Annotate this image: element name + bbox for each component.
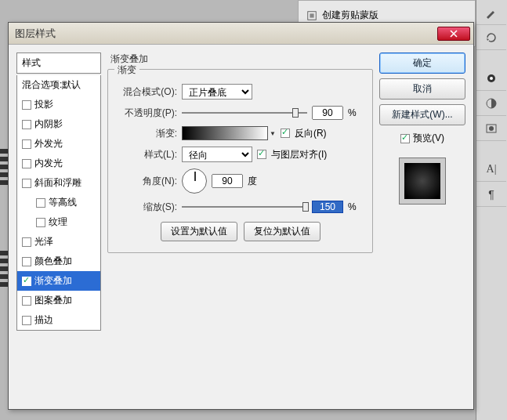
titlebar[interactable]: 图层样式 [9,23,473,45]
checkbox[interactable] [22,237,31,247]
checkbox[interactable] [22,277,31,286]
ok-button[interactable]: 确定 [379,52,465,74]
style-item-texture[interactable]: 纹理 [17,212,100,232]
cancel-button[interactable]: 取消 [379,78,465,100]
svg-point-6 [489,126,494,131]
checkbox[interactable] [22,159,31,168]
angle-label: 角度(N): [114,175,177,188]
degree-label: 度 [248,175,257,188]
close-button[interactable] [437,27,470,41]
brush-tool-icon[interactable] [476,0,506,25]
blend-mode-label: 混合模式(O): [114,85,177,99]
svg-point-3 [490,77,493,80]
gradient-picker[interactable] [182,126,276,140]
opacity-label: 不透明度(P): [114,107,177,120]
gradient-style-select[interactable]: 径向 [182,147,252,162]
paragraph-icon[interactable]: ¶ [476,182,506,207]
preview-checkbox[interactable] [400,134,410,143]
checkbox[interactable] [22,120,31,129]
align-checkbox[interactable] [257,150,266,159]
checkbox[interactable] [22,100,31,110]
preview-label: 预览(V) [413,132,444,145]
gradient-preview [182,126,268,140]
style-item-gradient-overlay[interactable]: 渐变叠加 [17,271,100,291]
blend-mode-select[interactable]: 正片叠底 [182,84,252,100]
checkbox[interactable] [36,198,45,208]
svg-rect-1 [310,13,313,17]
preview-swatch [399,158,446,205]
text-tool-icon[interactable]: A| [476,157,506,182]
style-item-bevel[interactable]: 斜面和浮雕 [17,173,100,193]
scale-input[interactable] [312,201,343,213]
set-default-button[interactable]: 设置为默认值 [161,222,237,241]
checkbox[interactable] [22,257,31,266]
reverse-checkbox[interactable] [281,129,290,138]
style-item-contour[interactable]: 等高线 [17,193,100,212]
style-item-inner-shadow[interactable]: 内阴影 [17,114,100,134]
style-item-drop-shadow[interactable]: 投影 [17,95,100,114]
group-legend: 渐变 [114,63,139,77]
style-item-satin[interactable]: 光泽 [17,232,100,252]
checkbox[interactable] [22,296,31,306]
adjust-icon[interactable] [476,91,506,116]
clip-mask-icon [306,10,317,21]
opacity-input[interactable] [312,106,343,120]
mask-icon[interactable] [476,116,506,141]
layer-style-dialog: 图层样式 样式 混合选项:默认 投影 内阴影 外发光 内发光 斜面和浮雕 等高线… [8,22,474,410]
opacity-slider[interactable] [182,106,307,120]
section-title: 渐变叠加 [110,52,373,66]
style-label: 样式(L): [114,148,177,161]
angle-dial[interactable] [182,168,207,194]
style-item-stroke[interactable]: 描边 [17,310,100,330]
scale-label: 缩放(S): [114,201,177,214]
left-ruler-stripes [0,149,8,290]
gradient-group: 渐变 混合模式(O): 正片叠底 不透明度(P): % 渐变: 反向(R) [107,69,373,253]
style-item-color-overlay[interactable]: 颜色叠加 [17,252,100,271]
align-label: 与图层对齐(I) [271,148,327,161]
style-list: 样式 混合选项:默认 投影 内阴影 外发光 内发光 斜面和浮雕 等高线 纹理 光… [16,52,101,401]
checkbox[interactable] [22,139,31,149]
scale-slider[interactable] [182,200,307,214]
checkbox[interactable] [22,316,31,325]
right-buttons: 确定 取消 新建样式(W)... 预览(V) [379,52,465,401]
history-icon[interactable] [476,25,506,50]
style-item-inner-glow[interactable]: 内发光 [17,154,100,173]
blend-options-item[interactable]: 混合选项:默认 [17,75,100,95]
center-panel: 渐变叠加 渐变 混合模式(O): 正片叠底 不透明度(P): % 渐变: [107,52,373,401]
reverse-label: 反向(R) [295,127,327,140]
new-style-button[interactable]: 新建样式(W)... [379,104,465,125]
bg-item-label[interactable]: 创建剪贴蒙版 [322,9,378,22]
swatches-icon[interactable] [476,66,506,91]
style-item-outer-glow[interactable]: 外发光 [17,134,100,154]
angle-input[interactable] [212,174,243,188]
reset-default-button[interactable]: 复位为默认值 [244,222,320,241]
checkbox[interactable] [36,218,45,227]
percent-label: % [348,107,357,118]
styles-header[interactable]: 样式 [16,52,101,74]
gradient-label: 渐变: [114,127,177,140]
checkbox[interactable] [22,179,31,188]
percent-label-2: % [348,201,357,212]
style-item-pattern-overlay[interactable]: 图案叠加 [17,291,100,310]
close-icon [450,30,458,38]
right-tool-strip: A| ¶ [476,0,507,420]
dialog-title: 图层样式 [15,27,56,41]
